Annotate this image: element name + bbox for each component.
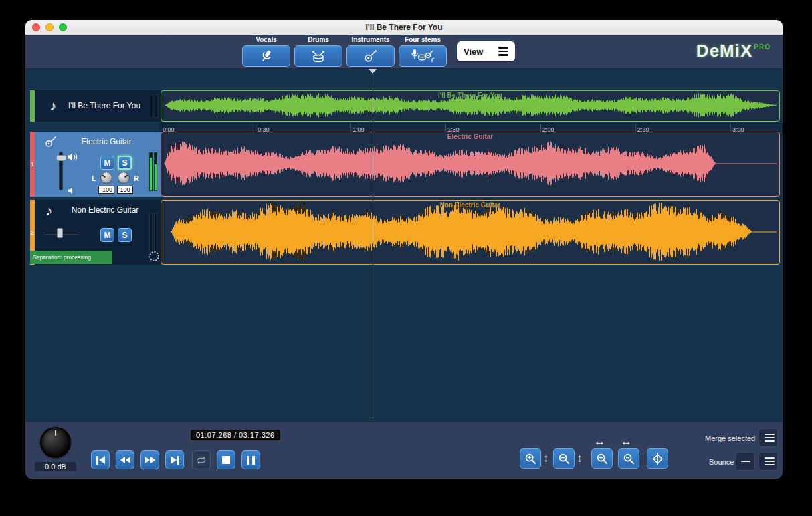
master-volume-knob[interactable] (40, 427, 71, 458)
solo-button[interactable]: S (118, 156, 132, 170)
transport-bar: 0.0 dB 01:07:268 / 03:17:326 ↕ (25, 421, 783, 479)
stem-vocals: Vocals (242, 36, 290, 67)
demix-pro-logo: DeMiX PRO (696, 42, 771, 59)
skip-to-start-button[interactable] (91, 450, 110, 469)
fit-view-icon (651, 453, 664, 465)
track-row-master: ♪ I'll Be There For You I'll Be There Fo… (30, 90, 780, 122)
time-display: 01:07:268 / 03:17:326 (191, 430, 280, 440)
waveform-region-master[interactable]: I'll Be There For You (161, 90, 780, 122)
solo-button[interactable]: S (118, 228, 132, 242)
zoom-out-icon (558, 453, 571, 465)
separation-status-text: Separation: processing (30, 254, 91, 261)
track-name: Non Electric Guitar (35, 205, 161, 215)
pan-left-label: L (92, 174, 96, 182)
speaker-loud-icon[interactable] (67, 152, 78, 162)
track-row-non-electric-guitar: 2 ♪ Non Electric Guitar M S Separation: … (30, 200, 780, 265)
zoom-in-icon (596, 453, 609, 465)
waveform-clip-label: Non Electric Guitar (161, 201, 779, 209)
guitar-icon (363, 49, 378, 63)
stem-drums: Drums (294, 36, 342, 67)
bounce-label: Bounce (709, 458, 734, 466)
minus-icon (741, 461, 750, 463)
bounce-menu-icon (765, 457, 773, 465)
level-meter (150, 94, 158, 118)
view-button[interactable]: View (457, 41, 515, 61)
stem-instruments-label: Instruments (346, 36, 395, 44)
zoom-in-vertical-button[interactable] (520, 448, 541, 469)
waveform-region-non-electric-guitar[interactable]: Non Electric Guitar (161, 200, 780, 265)
stop-button[interactable] (217, 450, 235, 469)
stem-four-stems-label: Four stems (399, 36, 447, 44)
merge-menu-icon (765, 434, 773, 442)
drum-kit-icon (310, 49, 326, 63)
horizontal-arrows-icon: ↔ (594, 435, 605, 448)
pan-right-knob[interactable] (118, 172, 130, 184)
track-header-master[interactable]: ♪ I'll Be There For You (35, 90, 161, 122)
zoom-out-vertical-button[interactable] (553, 448, 575, 469)
zoom-fit-button[interactable] (647, 448, 668, 469)
skip-to-end-button[interactable] (165, 450, 184, 469)
window-controls (32, 23, 67, 31)
mute-button[interactable]: M (100, 228, 114, 242)
volume-slider[interactable] (44, 231, 79, 235)
waveform-canvas (161, 201, 778, 263)
pan-right-value[interactable]: 100 (117, 186, 133, 194)
fast-forward-button[interactable] (140, 450, 159, 469)
zoom-window-button[interactable] (59, 23, 67, 31)
track-name: I'll Be There For You (35, 101, 161, 110)
speaker-quiet-icon[interactable] (68, 187, 76, 195)
stem-vocals-label: Vocals (242, 36, 290, 44)
vocals-stem-button[interactable] (242, 45, 290, 67)
microphone-icon (259, 49, 274, 63)
track-color-stripe (30, 90, 35, 122)
pan-right-label: R (134, 174, 139, 182)
zoom-out-horizontal-button[interactable] (618, 448, 639, 469)
view-button-label: View (464, 47, 483, 57)
mute-button[interactable]: M (100, 156, 114, 170)
minimize-window-button[interactable] (45, 23, 54, 31)
window-title: I'll Be There For You (365, 23, 442, 32)
loop-button[interactable] (192, 450, 211, 469)
volume-slider[interactable] (59, 152, 63, 190)
zoom-in-icon (524, 453, 537, 465)
track-name: Electric Guitar (35, 137, 161, 146)
track-row-electric-guitar: 1 Electric Guitar M (30, 132, 780, 197)
merge-selected-button[interactable] (758, 428, 778, 447)
playhead-marker[interactable] (369, 69, 377, 74)
app-window: I'll Be There For You Vocals Drums (25, 20, 783, 479)
rewind-button[interactable] (116, 450, 134, 469)
horizontal-arrows-icon: ↔ (621, 435, 632, 448)
playhead[interactable] (373, 74, 373, 421)
waveform-region-electric-guitar[interactable]: Electric Guitar (161, 132, 780, 197)
track-number: 2 (30, 229, 35, 236)
main-toolbar: Vocals Drums Instruments (25, 35, 783, 69)
level-meter (149, 213, 157, 252)
track-number: 1 (30, 161, 35, 168)
four-stems-button[interactable] (399, 45, 447, 67)
waveform-clip-label: I'll Be There For You (161, 92, 779, 99)
track-header-electric-guitar[interactable]: Electric Guitar M S L R (35, 132, 161, 197)
merge-selected-label: Merge selected (705, 434, 755, 442)
instruments-stem-button[interactable] (346, 45, 395, 67)
drums-stem-button[interactable] (294, 45, 342, 67)
bounce-remove-button[interactable] (736, 452, 755, 471)
stem-drums-label: Drums (294, 36, 342, 44)
level-meter (149, 152, 157, 191)
pan-left-value[interactable]: -100 (98, 186, 114, 194)
logo-pro-badge: PRO (754, 43, 771, 51)
track-color-stripe: 1 (30, 132, 35, 197)
stem-four-stems: Four stems (399, 36, 447, 67)
logo-wordmark: DeMiX (696, 42, 752, 59)
stem-instruments: Instruments (346, 36, 395, 67)
bounce-menu-button[interactable] (758, 452, 778, 471)
title-bar[interactable]: I'll Be There For You (25, 20, 783, 35)
pause-button[interactable] (241, 450, 260, 469)
pan-left-knob[interactable] (100, 172, 112, 184)
close-window-button[interactable] (32, 23, 40, 31)
view-menu-icon (498, 47, 508, 56)
four-stems-icon (410, 48, 435, 64)
loop-icon (195, 456, 207, 465)
zoom-in-horizontal-button[interactable] (591, 448, 613, 469)
track-area: 0:00 0:30 1:00 1:30 2:00 2:30 3:00 ♪ I'l… (25, 69, 783, 421)
waveform-clip-label: Electric Guitar (161, 133, 779, 140)
